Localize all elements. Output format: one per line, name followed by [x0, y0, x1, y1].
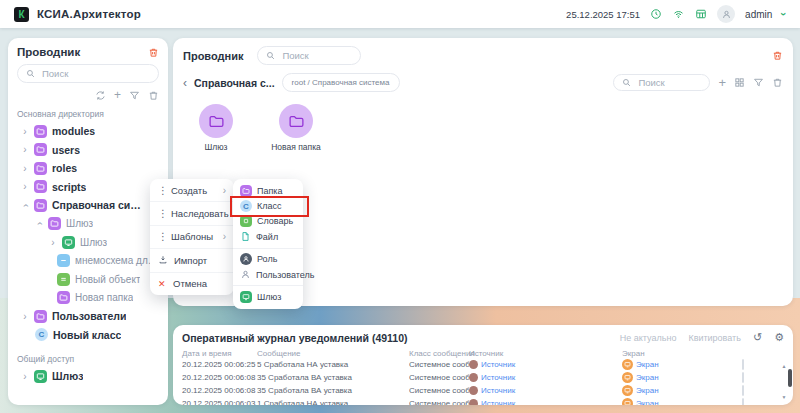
breadcrumb-path[interactable]: root / Справочная система [282, 73, 400, 92]
tree-item-new-object[interactable]: Новый объект [17, 270, 159, 289]
scrollbar-thumb[interactable] [788, 369, 792, 387]
refresh-icon[interactable] [95, 90, 106, 101]
source-link[interactable]: Источник [481, 386, 515, 395]
trash-icon[interactable] [772, 77, 783, 88]
tile-new-folder[interactable]: Новая папка [267, 104, 325, 152]
tile-label: Шлюз [204, 142, 227, 152]
journal-scrollbar[interactable]: ▲ ▼ [780, 363, 788, 400]
journal-row[interactable]: 20.12.2025 00:06:08 35 Сработала ВА уста… [173, 371, 793, 384]
folder-icon [199, 104, 233, 138]
submenu-divider [233, 285, 303, 286]
row-checkbox[interactable] [742, 385, 744, 396]
tree-item-shared-gateway[interactable]: › Шлюз [17, 367, 159, 386]
submenu-role[interactable]: Роль [233, 252, 303, 267]
cell-message: 5 Сработала НА уставка [257, 360, 409, 369]
submenu-file[interactable]: Файл [233, 229, 303, 244]
context-menu-templates[interactable]: ⋮ Шаблоны › [150, 225, 234, 248]
chevron-right-icon[interactable]: › [21, 163, 29, 174]
grid-view-icon[interactable] [734, 77, 745, 88]
class-icon: C [35, 328, 48, 341]
tile-gateway[interactable]: Шлюз [187, 104, 245, 152]
cell-message-class: Системное сообщ... [409, 373, 469, 382]
main-delete-icon[interactable] [772, 50, 783, 61]
journal-row[interactable]: 20.12.2025 00:06:25 5 Сработала НА устав… [173, 358, 793, 371]
chevron-right-icon[interactable]: › [21, 181, 29, 192]
chevron-right-icon[interactable]: › [21, 144, 29, 155]
create-icon[interactable]: + [718, 76, 726, 89]
tree-item-label: Новый класс [53, 329, 121, 341]
filter-icon[interactable] [129, 90, 140, 101]
screen-link[interactable]: Экран [636, 399, 659, 405]
toolbar-search-input[interactable] [636, 76, 701, 89]
context-menu-cancel[interactable]: ✕ Отмена [150, 272, 234, 295]
row-checkbox[interactable] [742, 398, 744, 405]
chevron-up-icon[interactable]: › [20, 201, 31, 209]
tree-item-users-folder[interactable]: › Пользователи [17, 307, 159, 326]
not-actual-button[interactable]: Не актуально [620, 333, 677, 343]
row-checkbox[interactable] [742, 359, 744, 370]
sidebar-delete-icon[interactable] [148, 47, 159, 58]
submenu-user[interactable]: Пользователь [233, 267, 303, 282]
screen-link[interactable]: Экран [636, 373, 659, 382]
app-window: К КСИА.Архитектор 25.12.2025 17:51 admin… [0, 0, 800, 413]
main-search-input[interactable] [280, 49, 352, 62]
journal-row[interactable]: 20.12.2025 00:06:03 1 Сработала НА устав… [173, 397, 793, 405]
table-view-icon[interactable] [695, 8, 707, 20]
user-avatar[interactable] [717, 5, 735, 23]
tree-item-mnemoscheme[interactable]: мнемосхема для шлюза [17, 252, 159, 271]
submenu-gateway[interactable]: Шлюз [233, 289, 303, 304]
user-menu-chevron-icon[interactable]: › [778, 12, 790, 16]
source-link[interactable]: Источник [481, 373, 515, 382]
column-header: Источник [469, 349, 622, 358]
acknowledge-button[interactable]: Квитировать [688, 333, 741, 343]
back-chevron-icon[interactable]: ‹ [183, 76, 187, 90]
menu-item-label: Наследовать [171, 208, 229, 219]
user-icon [240, 269, 251, 280]
scroll-down-icon[interactable]: ▼ [782, 394, 787, 400]
add-icon[interactable]: + [114, 89, 121, 101]
tree-item-scripts[interactable]: › scripts [17, 178, 159, 197]
main-panel-title: Проводник [183, 50, 243, 62]
history-icon[interactable]: ↺ [753, 331, 762, 344]
tree-item-modules[interactable]: › modules [17, 122, 159, 141]
context-menu-create[interactable]: ⋮ Создать › [150, 179, 234, 201]
screen-link[interactable]: Экран [636, 360, 659, 369]
tree-item-label: Шлюз [80, 237, 107, 248]
clock-icon[interactable] [650, 8, 662, 20]
cell-message: 35 Сработала ВА уставка [257, 386, 409, 395]
source-link[interactable]: Источник [481, 360, 515, 369]
scroll-up-icon[interactable]: ▲ [782, 363, 787, 369]
filter-icon[interactable] [753, 77, 764, 88]
wifi-icon[interactable] [672, 8, 685, 20]
sidebar-search-input[interactable] [40, 67, 150, 80]
chevron-up-icon[interactable]: › [34, 220, 45, 228]
context-menu-import[interactable]: Импорт [150, 248, 234, 271]
tree-item-gateway[interactable]: › Шлюз [17, 233, 159, 252]
screen-icon [622, 385, 633, 396]
trash-icon[interactable] [148, 90, 159, 101]
chevron-right-icon[interactable]: › [21, 371, 29, 382]
sidebar-search[interactable] [17, 64, 159, 83]
chevron-right-icon[interactable]: › [21, 311, 29, 322]
screen-icon [622, 372, 633, 383]
tree-item-new-class[interactable]: C Новый класс [17, 326, 159, 345]
main-search[interactable] [257, 46, 361, 65]
tree-item-roles[interactable]: › roles [17, 159, 159, 178]
context-menu-inherit[interactable]: ⋮ Наследовать › [150, 201, 234, 224]
tree-item-gateway-folder[interactable]: › Шлюз [17, 215, 159, 234]
folder-icon [57, 291, 70, 304]
screen-link[interactable]: Экран [636, 386, 659, 395]
breadcrumb-title: Справочная с... [194, 77, 275, 89]
chevron-right-icon[interactable]: › [49, 237, 57, 248]
toolbar-search[interactable] [613, 74, 710, 91]
row-checkbox[interactable] [742, 372, 744, 383]
tree-item-new-folder[interactable]: Новая папка [17, 289, 159, 308]
submenu-arrow-icon: › [223, 231, 226, 242]
tree-item-users[interactable]: › users [17, 141, 159, 160]
source-link[interactable]: Источник [481, 399, 515, 405]
settings-gear-icon[interactable]: ⚙ [774, 331, 784, 344]
journal-row[interactable]: 20.12.2025 00:06:08 35 Сработала ВА уста… [173, 384, 793, 397]
tree-item-reference-system[interactable]: › Справочная система + [17, 196, 159, 215]
chevron-right-icon[interactable]: › [21, 126, 29, 137]
import-icon [158, 255, 168, 265]
